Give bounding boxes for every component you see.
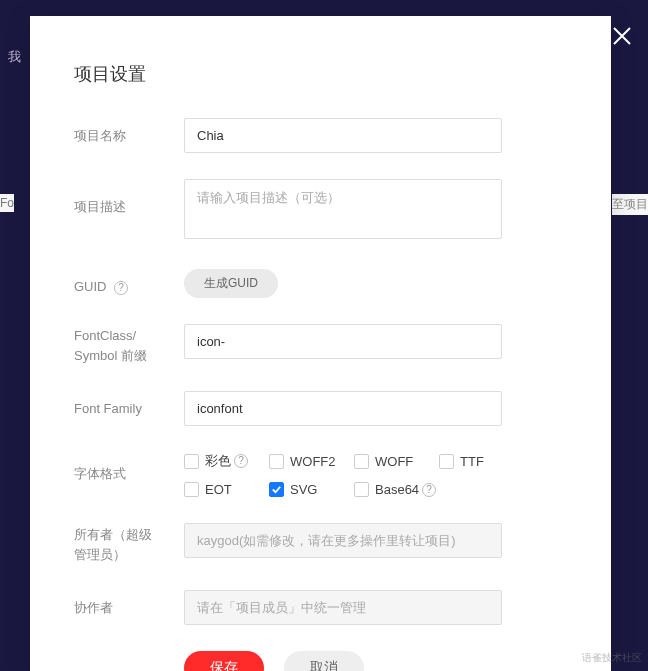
help-icon[interactable]: ? — [234, 454, 248, 468]
project-settings-modal: 项目设置 项目名称 项目描述 GUID ? 生成GUID FontClass/ … — [30, 16, 611, 671]
checkbox-eot[interactable]: EOT — [184, 482, 269, 497]
backdrop-text: 我 — [8, 48, 21, 66]
checkbox-base64[interactable]: Base64 ? — [354, 482, 464, 497]
label-font-format: 字体格式 — [74, 452, 184, 484]
label-guid: GUID ? — [74, 269, 184, 297]
checkbox-svg[interactable]: SVG — [269, 482, 354, 497]
modal-title: 项目设置 — [74, 62, 567, 86]
cancel-button[interactable]: 取消 — [284, 651, 364, 671]
row-collab: 协作者 — [74, 590, 567, 625]
checkbox-ttf[interactable]: TTF — [439, 452, 499, 470]
help-icon[interactable]: ? — [422, 483, 436, 497]
format-checkbox-group: 彩色 ? WOFF2 WOFF TTF EOT SVG — [184, 452, 524, 497]
bg-left-text: Fo — [0, 194, 14, 212]
label-prefix: FontClass/ Symbol 前缀 — [74, 324, 184, 365]
help-icon[interactable]: ? — [114, 281, 128, 295]
watermark: 语雀技术社区 — [582, 651, 642, 665]
close-icon[interactable] — [610, 24, 634, 52]
label-collab: 协作者 — [74, 590, 184, 618]
label-project-name: 项目名称 — [74, 118, 184, 146]
label-project-desc: 项目描述 — [74, 179, 184, 217]
generate-guid-button[interactable]: 生成GUID — [184, 269, 278, 298]
row-project-name: 项目名称 — [74, 118, 567, 153]
owner-input — [184, 523, 502, 558]
font-family-input[interactable] — [184, 391, 502, 426]
modal-footer: 保存 取消 — [184, 651, 567, 671]
checkbox-woff[interactable]: WOFF — [354, 452, 439, 470]
bg-right-text: 至项目 — [612, 194, 648, 215]
project-desc-input[interactable] — [184, 179, 502, 239]
row-project-desc: 项目描述 — [74, 179, 567, 243]
label-font-family: Font Family — [74, 391, 184, 419]
project-name-input[interactable] — [184, 118, 502, 153]
row-font-family: Font Family — [74, 391, 567, 426]
row-guid: GUID ? 生成GUID — [74, 269, 567, 298]
save-button[interactable]: 保存 — [184, 651, 264, 671]
prefix-input[interactable] — [184, 324, 502, 359]
row-font-format: 字体格式 彩色 ? WOFF2 WOFF TTF EOT — [74, 452, 567, 497]
row-owner: 所有者（超级 管理员） — [74, 523, 567, 564]
checkbox-woff2[interactable]: WOFF2 — [269, 452, 354, 470]
collab-input — [184, 590, 502, 625]
checkbox-color[interactable]: 彩色 ? — [184, 452, 269, 470]
label-owner: 所有者（超级 管理员） — [74, 523, 184, 564]
row-prefix: FontClass/ Symbol 前缀 — [74, 324, 567, 365]
